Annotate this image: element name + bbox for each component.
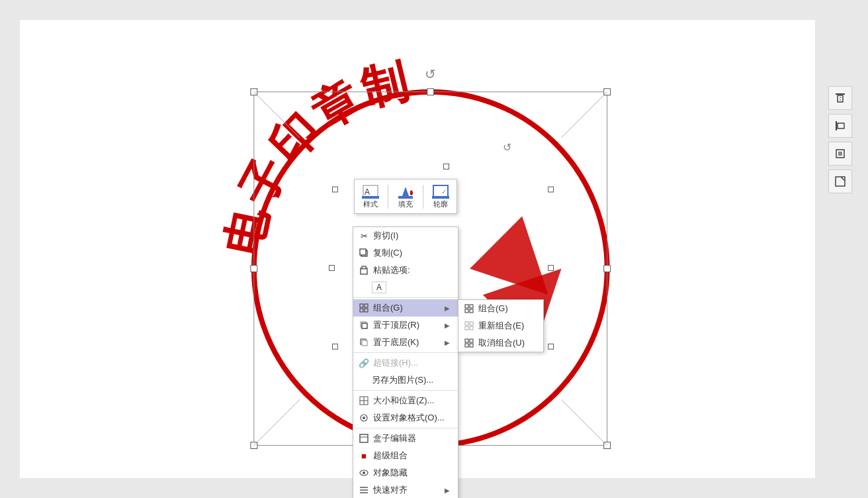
group-icon bbox=[359, 303, 369, 313]
svg-rect-63 bbox=[470, 339, 473, 342]
svg-rect-36 bbox=[838, 152, 842, 156]
menu-item-size-pos[interactable]: 大小和位置(Z)... bbox=[353, 392, 458, 409]
svg-rect-12 bbox=[251, 442, 257, 449]
fill-button[interactable]: 填充 bbox=[394, 182, 417, 211]
size-pos-label: 大小和位置(Z)... bbox=[373, 395, 434, 407]
super-group-label: 超级组合 bbox=[373, 450, 408, 462]
svg-rect-7 bbox=[251, 89, 257, 95]
svg-rect-65 bbox=[470, 344, 473, 347]
save-image-label: 另存为图片(S)... bbox=[372, 374, 433, 386]
menu-item-send-bottom[interactable]: 置于底层(K) ▶ bbox=[353, 334, 458, 351]
svg-rect-23 bbox=[329, 266, 335, 271]
svg-rect-52 bbox=[360, 309, 363, 312]
svg-rect-24 bbox=[548, 266, 554, 271]
svg-rect-22 bbox=[548, 187, 554, 192]
copy-label: 复制(C) bbox=[373, 247, 402, 259]
svg-marker-4 bbox=[470, 217, 548, 295]
svg-rect-37 bbox=[836, 177, 845, 186]
svg-rect-55 bbox=[470, 305, 473, 308]
submenu-ungroup-label: 取消组合(U) bbox=[478, 337, 525, 349]
svg-text:↺: ↺ bbox=[503, 142, 511, 153]
svg-text:↺: ↺ bbox=[425, 67, 436, 81]
menu-item-group-container: 组合(G) ▶ 组合(G) 重新组合(E) bbox=[353, 299, 458, 317]
svg-rect-25 bbox=[332, 344, 337, 349]
style-button[interactable]: A 样式 bbox=[359, 182, 382, 211]
svg-rect-44 bbox=[432, 196, 449, 199]
submenu-ungroup[interactable]: 取消组合(U) bbox=[458, 334, 543, 352]
svg-text:A: A bbox=[365, 187, 370, 197]
send-bottom-arrow: ▶ bbox=[445, 339, 450, 346]
menu-item-hyperlink[interactable]: 🔗 超链接(H)... bbox=[353, 354, 458, 372]
super-group-icon: ■ bbox=[359, 450, 369, 461]
canvas-area: 电子印章制 作 ★ bbox=[0, 0, 868, 498]
svg-rect-41 bbox=[362, 196, 379, 199]
align-center-button[interactable] bbox=[828, 142, 852, 166]
menu-item-object-hide[interactable]: 对象隐藏 bbox=[353, 464, 458, 481]
outline-label: 轮廓 bbox=[433, 199, 448, 209]
svg-rect-42 bbox=[398, 196, 413, 199]
svg-rect-21 bbox=[444, 164, 449, 169]
menu-item-cut[interactable]: ✂ 剪切(I) bbox=[353, 227, 458, 244]
object-hide-icon bbox=[359, 468, 369, 478]
fill-label: 填充 bbox=[398, 199, 413, 209]
menu-item-bring-top[interactable]: 置于顶层(R) ▶ bbox=[353, 317, 458, 334]
menu-item-paste[interactable]: 粘贴选项: bbox=[353, 262, 458, 279]
menu-item-format[interactable]: 设置对象格式(O)... bbox=[353, 409, 458, 426]
box-editor-label: 盒子编辑器 bbox=[373, 432, 416, 444]
svg-rect-31 bbox=[838, 95, 843, 102]
menu-item-save-image[interactable]: 另存为图片(S)... bbox=[353, 372, 458, 389]
outline-button[interactable]: ✓ 轮廓 bbox=[429, 182, 453, 211]
quick-align-label: 快速对齐 bbox=[373, 484, 408, 496]
svg-rect-76 bbox=[360, 434, 368, 442]
svg-rect-56 bbox=[465, 309, 468, 313]
group-submenu: 组合(G) 重新组合(E) 取消组合(U) bbox=[458, 299, 544, 352]
menu-item-super-group[interactable]: ■ 超级组合 bbox=[353, 447, 458, 464]
mini-toolbar: A 样式 填充 ✓ bbox=[354, 179, 457, 214]
svg-rect-54 bbox=[465, 305, 468, 308]
quick-align-arrow: ▶ bbox=[445, 487, 450, 494]
menu-item-quick-align[interactable]: 快速对齐 ▶ bbox=[353, 481, 458, 498]
menu-item-group[interactable]: 组合(G) ▶ bbox=[353, 299, 458, 317]
svg-rect-51 bbox=[365, 304, 368, 307]
cut-label: 剪切(I) bbox=[373, 230, 398, 242]
svg-rect-67 bbox=[362, 323, 367, 328]
svg-line-18 bbox=[254, 399, 300, 445]
svg-text:✓: ✓ bbox=[441, 188, 447, 195]
bring-top-icon bbox=[359, 320, 369, 330]
submenu-group[interactable]: 组合(G) bbox=[458, 300, 543, 317]
svg-rect-64 bbox=[465, 344, 468, 347]
size-pos-icon bbox=[359, 395, 369, 406]
submenu-regroup[interactable]: 重新组合(E) bbox=[458, 317, 543, 334]
svg-rect-47 bbox=[360, 249, 366, 255]
bring-top-arrow: ▶ bbox=[445, 322, 450, 329]
svg-rect-53 bbox=[365, 309, 368, 312]
align-left-button[interactable] bbox=[828, 114, 852, 138]
paste-label: 粘贴选项: bbox=[373, 264, 410, 276]
svg-rect-60 bbox=[465, 326, 468, 330]
group-label: 组合(G) bbox=[373, 302, 403, 314]
right-panel bbox=[828, 86, 861, 193]
submenu-group-icon bbox=[464, 303, 474, 314]
toolbar-sep-2 bbox=[423, 185, 423, 209]
save-image-icon bbox=[359, 375, 368, 385]
separator-1 bbox=[353, 297, 458, 298]
svg-line-16 bbox=[254, 92, 300, 138]
send-bottom-icon bbox=[359, 337, 369, 348]
resize-button[interactable] bbox=[828, 170, 852, 193]
svg-rect-8 bbox=[427, 89, 434, 95]
separator-4 bbox=[353, 428, 458, 428]
copy-icon bbox=[359, 248, 369, 258]
menu-item-paste-a[interactable]: A bbox=[353, 279, 458, 296]
quick-align-icon bbox=[359, 485, 369, 495]
group-arrow: ▶ bbox=[445, 305, 450, 312]
menu-item-box-editor[interactable]: 盒子编辑器 bbox=[353, 430, 458, 447]
svg-rect-49 bbox=[362, 266, 366, 269]
svg-rect-14 bbox=[604, 442, 611, 449]
svg-rect-11 bbox=[604, 266, 611, 272]
menu-item-copy[interactable]: 复制(C) bbox=[353, 244, 458, 262]
hyperlink-icon: 🔗 bbox=[359, 358, 369, 368]
svg-line-17 bbox=[561, 92, 607, 138]
svg-rect-61 bbox=[470, 326, 473, 330]
align-top-button[interactable] bbox=[828, 86, 852, 110]
submenu-ungroup-icon bbox=[464, 338, 474, 348]
